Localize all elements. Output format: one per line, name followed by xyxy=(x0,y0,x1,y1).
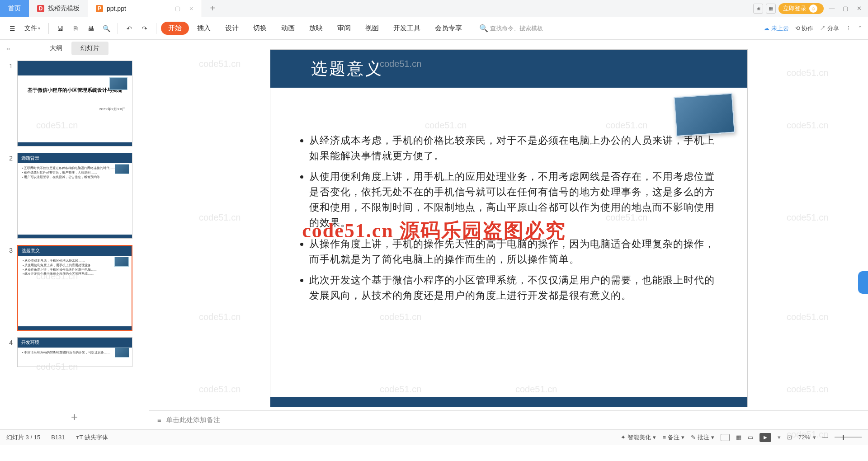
zoom-control[interactable]: 72% ▾ xyxy=(798,434,816,441)
template-icon: D xyxy=(37,5,44,12)
login-button[interactable]: 立即登录 ☺ xyxy=(778,3,824,14)
view-normal-icon[interactable] xyxy=(721,434,730,441)
tab-template[interactable]: D 找稻壳模板 xyxy=(29,0,88,17)
slide-image xyxy=(674,93,735,137)
view-sorter-icon[interactable]: ▦ xyxy=(736,434,741,441)
thumbnail-item[interactable]: 1 基于微信小程序的小区管理系统设计与实现 202X年X月XX日 xyxy=(5,61,144,146)
menu-start[interactable]: 开始 xyxy=(161,22,189,35)
status-b: B131 xyxy=(51,434,65,441)
menu-insert[interactable]: 插入 xyxy=(191,21,217,35)
notes-toggle[interactable]: ≡ 备注 ▾ xyxy=(662,433,684,442)
slide-position: 幻灯片 3 / 15 xyxy=(6,433,40,442)
file-menu[interactable]: 文件 ▾ xyxy=(21,22,44,35)
current-slide[interactable]: 选题意义 从经济成本考虑，手机的价格比较亲民，对于不是必须在电脑上办公的人员来讲… xyxy=(270,50,747,407)
search-command[interactable]: 查找命令、搜索模板 xyxy=(490,24,543,33)
window-minimize[interactable]: — xyxy=(826,3,837,14)
title-tab-bar: 首页 D 找稻壳模板 P ppt.ppt ▢ × + ⊞ ▦ 立即登录 ☺ — … xyxy=(0,0,868,17)
menu-vip[interactable]: 会员专享 xyxy=(429,21,468,35)
fit-icon[interactable]: ⊡ xyxy=(787,434,792,441)
thumbnail-item[interactable]: 2 选题背景 • 互联网时代不仅仅是通过各种各样的电脑进行网络连接的时代……• … xyxy=(5,153,144,239)
undo-icon[interactable]: ↶ xyxy=(123,22,136,35)
menu-view[interactable]: 视图 xyxy=(359,21,385,35)
tab-new[interactable]: + xyxy=(202,0,224,17)
collab-button[interactable]: ⟲ 协作 xyxy=(795,24,814,33)
menu-devtools[interactable]: 开发工具 xyxy=(387,21,427,35)
menu-slideshow[interactable]: 放映 xyxy=(303,21,329,35)
settings-icon[interactable]: ︙ xyxy=(845,25,851,32)
view-reading-icon[interactable]: ▭ xyxy=(748,434,753,441)
window-actions: ⊞ ▦ 立即登录 ☺ — ▢ ✕ xyxy=(753,0,868,17)
print-icon[interactable]: 🖶 xyxy=(84,22,98,35)
add-slide-button[interactable]: + xyxy=(0,405,149,429)
zoom-out[interactable]: — xyxy=(822,434,828,441)
play-icon[interactable]: ▶ xyxy=(760,433,771,442)
window-close[interactable]: ✕ xyxy=(854,3,864,14)
hamburger-icon[interactable]: ☰ xyxy=(5,22,19,35)
avatar-icon: ☺ xyxy=(809,5,817,13)
workspace: ‹‹ 大纲 幻灯片 1 基于微信小程序的小区管理系统设计与实现 202X年X月X… xyxy=(0,40,868,429)
menu-review[interactable]: 审阅 xyxy=(331,21,357,35)
thumbnail-item[interactable]: 4 开发环境 • 本设计采用Java的SSM框架进行后台的开发，可以让设备…… xyxy=(5,337,144,367)
slide-panel: ‹‹ 大纲 幻灯片 1 基于微信小程序的小区管理系统设计与实现 202X年X月X… xyxy=(0,40,149,429)
export-icon[interactable]: ⎘ xyxy=(69,22,82,35)
notes-icon: ≡ xyxy=(157,416,161,424)
ppt-icon: P xyxy=(96,5,103,12)
save-icon[interactable]: 🖫 xyxy=(53,22,67,35)
menu-design[interactable]: 设计 xyxy=(219,21,245,35)
feedback-tab[interactable] xyxy=(858,271,868,294)
menu-transition[interactable]: 切换 xyxy=(247,21,273,35)
status-bar: 幻灯片 3 / 15 B131 ᴛT 缺失字体 ✦ 智能美化 ▾ ≡ 备注 ▾ … xyxy=(0,429,868,445)
ribbon: ☰ 文件 ▾ 🖫 ⎘ 🖶 🔍 ↶ ↷ 开始 插入 设计 切换 动画 放映 审阅 … xyxy=(0,17,868,40)
window-maximize[interactable]: ▢ xyxy=(840,3,851,14)
comments-toggle[interactable]: ✎ 批注 ▾ xyxy=(691,433,714,442)
tab-close-icon[interactable]: × xyxy=(189,5,193,12)
tab-home[interactable]: 首页 xyxy=(0,0,29,17)
slide-title: 选题意义 xyxy=(311,58,383,80)
beautify-button[interactable]: ✦ 智能美化 ▾ xyxy=(621,433,656,442)
notes-pane[interactable]: ≡ 单击此处添加备注 xyxy=(149,410,868,429)
slide-canvas: 选题意义 从经济成本考虑，手机的价格比较亲民，对于不是必须在电脑上办公的人员来讲… xyxy=(149,40,868,429)
panel-tab-slides[interactable]: 幻灯片 xyxy=(71,42,108,55)
grid-icon[interactable]: ▦ xyxy=(766,4,776,14)
tab-minimize-icon[interactable]: ▢ xyxy=(175,5,180,12)
missing-font[interactable]: ᴛT 缺失字体 xyxy=(76,433,108,442)
panel-tab-outline[interactable]: 大纲 xyxy=(41,42,71,55)
redo-icon[interactable]: ↷ xyxy=(138,22,151,35)
chevron-up-icon[interactable]: ⌃ xyxy=(858,25,863,32)
collapse-panel-icon[interactable]: ‹‹ xyxy=(6,45,10,52)
layout-icon[interactable]: ⊞ xyxy=(753,4,763,14)
cloud-status[interactable]: ☁ 未上云 xyxy=(764,24,789,33)
preview-icon[interactable]: 🔍 xyxy=(99,22,113,35)
thumbnail-list[interactable]: 1 基于微信小程序的小区管理系统设计与实现 202X年X月XX日 2 选题背景 … xyxy=(0,57,149,405)
thumbnail-item[interactable]: 3 选题意义 • 从经济成本考虑，手机的价格比较亲民……• 从使用便利角度上讲，… xyxy=(5,245,144,331)
menu-animation[interactable]: 动画 xyxy=(275,21,301,35)
share-button[interactable]: ↗ 分享 xyxy=(820,24,839,33)
tab-document[interactable]: P ppt.ppt ▢ × xyxy=(88,0,202,17)
